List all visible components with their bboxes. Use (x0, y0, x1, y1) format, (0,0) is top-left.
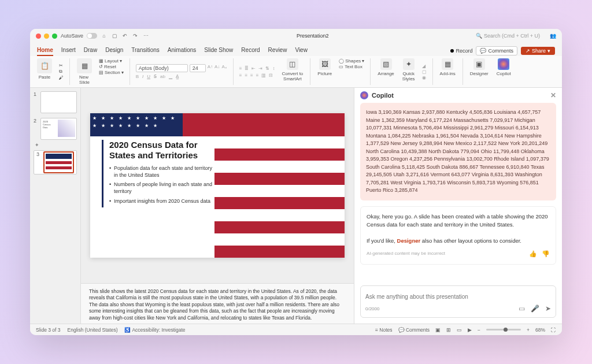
copilot-user-message: Iowa 3,190,369 Kansas 2,937,880 Kentucky… (360, 103, 556, 200)
comments-status-button[interactable]: 💬 Comments (398, 327, 430, 333)
addins-button[interactable]: ▦Add-ins (439, 58, 457, 85)
comments-button[interactable]: 💬 Comments (476, 46, 517, 55)
fit-icon[interactable]: ⛶ (551, 327, 556, 333)
tab-record[interactable]: Record (241, 45, 260, 56)
clear-format-icon[interactable]: Aₓ (221, 64, 227, 72)
zoom-level[interactable]: 68% (535, 327, 545, 333)
picture-button[interactable]: 🖼Picture (316, 58, 333, 85)
italic-icon[interactable]: I (142, 74, 143, 79)
save-icon[interactable]: ▢ (111, 32, 118, 39)
tab-draw[interactable]: Draw (84, 45, 97, 56)
strikethrough-icon[interactable]: S̶ (154, 74, 157, 79)
close-icon[interactable]: ✕ (550, 91, 556, 99)
paste-button[interactable]: 📋Paste (36, 58, 53, 85)
columns-icon[interactable]: ▥ (261, 73, 266, 78)
tab-animations[interactable]: Animations (168, 45, 196, 56)
autosave-toggle[interactable] (87, 33, 97, 39)
font-color-icon[interactable]: A̲ (176, 74, 179, 79)
text-direction-icon[interactable]: ↕ (272, 66, 275, 71)
view-prompts-icon[interactable]: ▭ (519, 304, 525, 313)
decrease-font-icon[interactable]: A↓ (214, 64, 220, 72)
zoom-slider[interactable] (486, 329, 521, 330)
minimize-icon[interactable] (44, 34, 49, 39)
slideshow-view-icon[interactable]: ▶ (468, 327, 472, 333)
shape-effects-icon[interactable]: ◉ (422, 75, 427, 80)
thumb-2[interactable]: 22020CensusData (34, 118, 77, 140)
tab-view[interactable]: View (295, 45, 308, 56)
tab-slideshow[interactable]: Slide Show (204, 45, 233, 56)
justify-icon[interactable]: ≡ (256, 73, 259, 78)
thumb-3[interactable]: 3 (34, 150, 77, 174)
send-icon[interactable]: ➤ (545, 304, 551, 313)
home-icon[interactable]: ⌂ (101, 32, 108, 39)
speaker-notes[interactable]: This slide shows the latest 2020 Census … (81, 283, 354, 324)
indent-dec-icon[interactable]: ⇤ (251, 66, 256, 71)
copilot-input[interactable] (365, 294, 551, 300)
language-label[interactable]: English (United States) (68, 327, 118, 333)
shadow-icon[interactable]: ab (160, 74, 165, 79)
smartart-button[interactable]: ◫Convert to SmartArt (280, 58, 304, 85)
font-selector[interactable]: Aptos (Body) (136, 64, 188, 72)
align-left-icon[interactable]: ≡ (239, 73, 242, 78)
notes-button[interactable]: ≡ Notes (375, 327, 393, 333)
copilot-input-box[interactable]: 0/2000 ▭ 🎤 ➤ (360, 285, 556, 318)
font-size-selector[interactable]: 24 (190, 64, 206, 72)
slide-counter[interactable]: Slide 3 of 3 (36, 327, 61, 333)
share-button[interactable]: ↗ Share ▾ (521, 47, 555, 55)
section-button[interactable]: ▤ Section ▾ (99, 70, 124, 75)
search-field[interactable]: 🔍 Search (Cmd + Ctrl + U) (476, 33, 540, 39)
bold-icon[interactable]: B (136, 74, 139, 79)
cut-icon[interactable]: ✂ (59, 63, 64, 68)
normal-view-icon[interactable]: ▣ (435, 327, 441, 333)
designer-link[interactable]: Designer (397, 237, 421, 244)
reset-button[interactable]: ↺ Reset (99, 64, 124, 69)
slide-canvas[interactable]: ★★★★★★★★★ ★★★★★★★★★ 2020 Census Data for… (81, 88, 354, 283)
line-spacing-icon[interactable]: ⇅ (265, 66, 269, 71)
textbox-button[interactable]: ▭ Text Box (339, 64, 364, 69)
highlight-icon[interactable]: ▁ (169, 74, 172, 79)
designer-button[interactable]: ▣Designer (469, 58, 490, 85)
maximize-icon[interactable] (52, 34, 57, 39)
zoom-out-icon[interactable]: − (478, 327, 480, 333)
tab-transitions[interactable]: Transitions (131, 45, 160, 56)
align-text-icon[interactable]: ⊟ (269, 73, 273, 78)
accessibility-label[interactable]: ♿ Accessibility: Investigate (124, 327, 185, 333)
align-center-icon[interactable]: ≡ (245, 73, 247, 78)
mic-icon[interactable]: 🎤 (531, 304, 539, 313)
new-slide-button[interactable]: ▦New Slide (76, 58, 93, 85)
slide-title[interactable]: 2020 Census Data for States and Territor… (109, 140, 217, 161)
arrange-button[interactable]: ▧Arrange (376, 58, 395, 85)
tab-review[interactable]: Review (268, 45, 287, 56)
numbering-icon[interactable]: ≣ (245, 66, 249, 71)
bullets-icon[interactable]: ≡ (239, 66, 242, 71)
more-icon[interactable]: ⋯ (142, 32, 149, 39)
thumbs-down-icon[interactable]: 👎 (542, 249, 550, 259)
indent-inc-icon[interactable]: ⇥ (258, 66, 262, 71)
zoom-in-icon[interactable]: + (527, 327, 530, 333)
section-indicator-icon: ✦ (35, 142, 77, 148)
align-right-icon[interactable]: ≡ (250, 73, 253, 78)
undo-icon[interactable]: ↶ (121, 32, 128, 39)
layout-button[interactable]: ▦ Layout ▾ (99, 58, 124, 64)
format-painter-icon[interactable]: 🖌 (59, 75, 64, 80)
reading-view-icon[interactable]: ▭ (457, 327, 462, 333)
close-icon[interactable] (36, 34, 41, 39)
copilot-ribbon-button[interactable]: Copilot (495, 58, 512, 85)
shape-fill-icon[interactable]: ◢ (422, 64, 427, 69)
record-button[interactable]: Record (450, 48, 472, 54)
tab-home[interactable]: Home (37, 45, 53, 56)
share-people-icon[interactable]: 👥 (549, 32, 556, 39)
quick-styles-button[interactable]: ✦Quick Styles (401, 58, 416, 85)
slide-bullets[interactable]: Population data for each state and terri… (109, 165, 217, 205)
shape-outline-icon[interactable]: ▢ (422, 69, 427, 75)
increase-font-icon[interactable]: A↑ (208, 64, 213, 72)
shapes-button[interactable]: ◯ Shapes ▾ (339, 58, 364, 64)
tab-design[interactable]: Design (105, 45, 123, 56)
sorter-view-icon[interactable]: ⊞ (446, 327, 451, 333)
thumbs-up-icon[interactable]: 👍 (529, 249, 537, 259)
tab-insert[interactable]: Insert (61, 45, 76, 56)
redo-icon[interactable]: ↷ (132, 32, 139, 39)
thumb-1[interactable]: 1 (34, 91, 77, 113)
copy-icon[interactable]: ⧉ (59, 69, 64, 75)
underline-icon[interactable]: U (147, 74, 150, 79)
